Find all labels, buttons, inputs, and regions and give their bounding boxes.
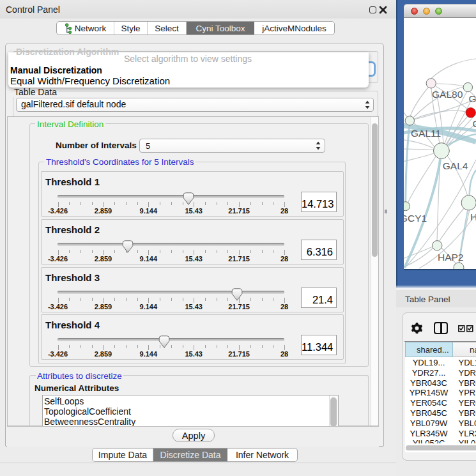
svg-text:GAL4: GAL4 <box>443 160 468 171</box>
svg-text:GCY1: GCY1 <box>404 213 427 224</box>
svg-text:HAP2: HAP2 <box>438 252 464 263</box>
svg-text:GAL80: GAL80 <box>432 89 463 100</box>
svg-text:H: H <box>470 211 476 222</box>
svg-text:GAL11: GAL11 <box>411 128 441 139</box>
svg-text:C: C <box>473 118 476 129</box>
svg-text:G...: G... <box>469 93 476 104</box>
